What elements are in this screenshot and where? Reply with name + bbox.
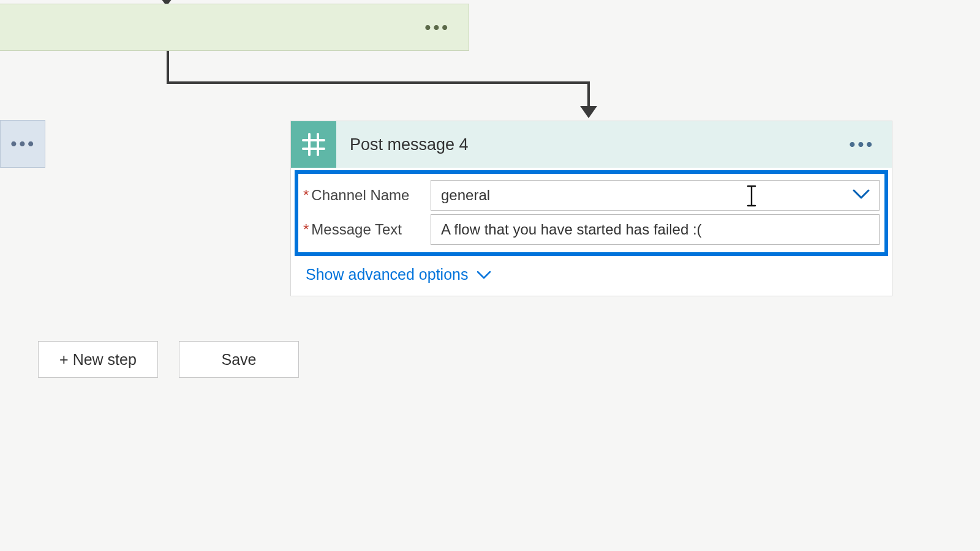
inputs-highlight: *Channel Name *Message Text xyxy=(295,170,888,256)
chevron-down-icon xyxy=(477,270,491,280)
card-title: Post message 4 xyxy=(350,135,469,154)
new-step-button[interactable]: + New step xyxy=(38,341,158,378)
upstream-step-card[interactable]: ••• xyxy=(0,4,469,51)
connector-line xyxy=(167,81,590,84)
message-text-label: *Message Text xyxy=(303,221,431,238)
save-button[interactable]: Save xyxy=(179,341,299,378)
footer-buttons: + New step Save xyxy=(38,341,299,378)
message-text-row: *Message Text xyxy=(303,214,880,245)
post-message-card: Post message 4 ••• *Channel Name xyxy=(290,121,892,296)
arrowhead-icon xyxy=(580,106,597,118)
side-branch-menu-icon[interactable]: ••• xyxy=(11,134,36,154)
card-header[interactable]: Post message 4 ••• xyxy=(291,121,892,168)
chevron-down-icon[interactable] xyxy=(853,189,870,202)
channel-name-label: *Channel Name xyxy=(303,187,431,204)
channel-name-input[interactable] xyxy=(431,180,880,211)
side-branch-card[interactable]: ••• xyxy=(0,120,45,168)
connector-line xyxy=(167,51,169,84)
card-menu-icon[interactable]: ••• xyxy=(850,135,875,154)
show-advanced-options-label: Show advanced options xyxy=(306,266,468,283)
message-text-input[interactable] xyxy=(431,214,880,245)
upstream-step-menu-icon[interactable]: ••• xyxy=(425,18,450,37)
connector-line xyxy=(587,81,590,108)
channel-name-row: *Channel Name xyxy=(303,180,880,211)
show-advanced-options[interactable]: Show advanced options xyxy=(291,256,491,296)
slack-icon xyxy=(291,121,336,168)
